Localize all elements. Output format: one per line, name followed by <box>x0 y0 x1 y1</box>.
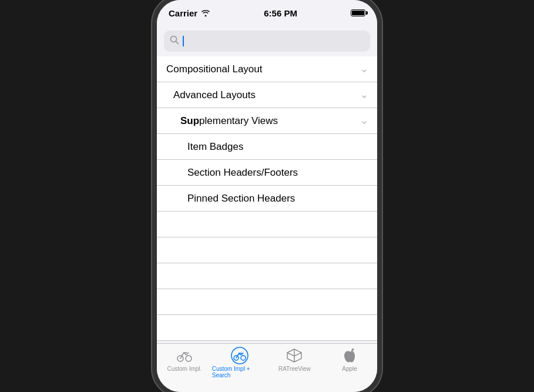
search-bar-container <box>157 26 377 56</box>
empty-row-5 <box>157 315 377 341</box>
search-svg <box>170 35 179 45</box>
list-item-label: Supplementary Views <box>180 115 278 127</box>
tab-icon-custom-impl <box>176 347 193 364</box>
list-item-advanced-layouts[interactable]: Advanced Layouts ⌄ <box>157 82 377 108</box>
bike-circle-icon <box>231 347 248 364</box>
chevron-icon: ⌄ <box>360 115 368 126</box>
list-item-pinned-section-headers[interactable]: Pinned Section Headers <box>157 186 377 212</box>
search-icon <box>170 35 179 47</box>
list-container: Compositional Layout ⌄ Advanced Layouts … <box>157 56 377 341</box>
carrier-info: Carrier <box>169 8 210 18</box>
tab-ra-tree-view[interactable]: RATreeView <box>267 347 323 372</box>
phone-frame: Carrier 6:56 PM <box>157 0 377 392</box>
empty-row-3 <box>157 263 377 289</box>
tab-icon-custom-impl-search <box>231 347 248 364</box>
tab-bar: Custom Impl. Custom Impl + Search <box>157 343 377 392</box>
chevron-icon: ⌄ <box>360 89 368 100</box>
list-item-label: Item Badges <box>187 141 243 153</box>
empty-row-4 <box>157 289 377 315</box>
carrier-label: Carrier <box>169 8 197 18</box>
tab-label-custom-impl: Custom Impl. <box>167 366 201 372</box>
tab-icon-ra-tree-view <box>286 347 303 364</box>
list-item-label: Compositional Layout <box>166 63 262 75</box>
battery-area <box>351 9 365 16</box>
svg-point-3 <box>186 356 192 361</box>
svg-point-6 <box>241 356 246 360</box>
list-item-compositional-layout[interactable]: Compositional Layout ⌄ <box>157 56 377 82</box>
label-rest: plementary Views <box>199 115 278 126</box>
chevron-icon: ⌄ <box>360 63 368 75</box>
list-item-label: Advanced Layouts <box>173 89 256 101</box>
bike-icon <box>176 349 193 363</box>
list-item-label: Section Headers/Footers <box>187 167 298 179</box>
clock: 6:56 PM <box>264 8 297 18</box>
wifi-icon <box>201 9 210 16</box>
status-bar: Carrier 6:56 PM <box>157 0 377 26</box>
tab-custom-impl[interactable]: Custom Impl. <box>157 347 212 372</box>
list-item-item-badges[interactable]: Item Badges <box>157 134 377 160</box>
tab-custom-impl-search[interactable]: Custom Impl + Search <box>212 347 267 378</box>
empty-row-1 <box>157 212 377 237</box>
tab-icon-apple <box>341 347 358 364</box>
box-icon <box>286 348 303 363</box>
battery-icon <box>351 9 365 16</box>
search-cursor <box>183 36 184 46</box>
tab-label-custom-impl-search: Custom Impl + Search <box>212 366 267 378</box>
list-item-supplementary-views[interactable]: Supplementary Views ⌄ <box>157 108 377 134</box>
svg-line-1 <box>176 42 179 44</box>
apple-icon <box>342 348 357 363</box>
tab-label-apple: Apple <box>342 366 357 372</box>
tab-label-ra-tree-view: RATreeView <box>278 366 311 372</box>
list-item-label: Pinned Section Headers <box>187 193 295 205</box>
search-bar[interactable] <box>164 31 370 52</box>
tab-apple[interactable]: Apple <box>322 347 377 372</box>
empty-row-2 <box>157 237 377 263</box>
svg-point-4 <box>231 347 248 364</box>
list-item-section-headers-footers[interactable]: Section Headers/Footers <box>157 160 377 186</box>
highlight-prefix: Sup <box>180 115 199 126</box>
